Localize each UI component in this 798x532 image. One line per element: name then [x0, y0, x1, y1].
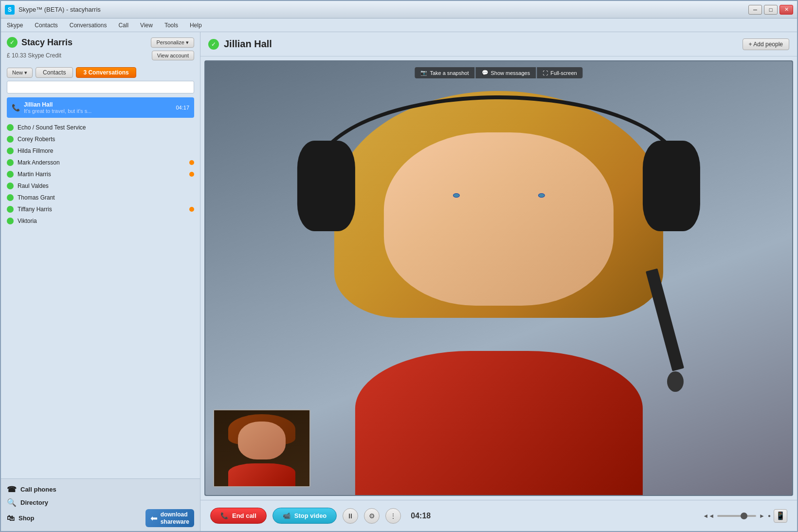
- stop-video-icon: 📹: [283, 512, 290, 519]
- contact-list-item[interactable]: Tiffany Harris: [1, 203, 200, 215]
- menu-call[interactable]: Call: [116, 21, 130, 30]
- credit-text: £ 10.33 Skype Credit: [7, 52, 61, 59]
- bottom-section: ☎ Call phones 🔍 Directory 🛍 Shop ⬅ downl…: [1, 478, 200, 531]
- profile-section: ✓ Stacy Harris Personalize ▾ £ 10.33 Sky…: [1, 32, 200, 64]
- snapshot-button[interactable]: 📷 Take a snapshot: [415, 67, 474, 78]
- volume-right-icon: ►: [759, 513, 765, 519]
- view-account-button[interactable]: View account: [152, 51, 194, 60]
- volume-area: ◄◄ ► ● 📱: [703, 509, 787, 523]
- contact-list-item[interactable]: Viktoria: [1, 215, 200, 227]
- window-title: Skype™ (BETA) - stacyharris: [18, 6, 748, 13]
- contact-status-dot: [7, 159, 14, 166]
- contact-name-label: Raul Valdes: [18, 183, 194, 189]
- self-body: [228, 463, 295, 486]
- menu-view[interactable]: View: [138, 21, 155, 30]
- personalize-button[interactable]: Personalize ▾: [151, 37, 194, 48]
- call-info: Jillian Hall It's great to travel, but i…: [24, 101, 172, 114]
- video-area: 📷 Take a snapshot 💬 Show messages ⛶ Full…: [204, 60, 793, 496]
- call-controls: 📞 End call 📹 Stop video ⏸ ⚙ ⋮ 04:18 ◄◄ ►: [200, 500, 797, 531]
- pause-button[interactable]: ⏸: [343, 508, 358, 524]
- tab-conversations[interactable]: 3 Conversations: [76, 67, 136, 78]
- call-contact-display-name: Jillian Hall: [224, 38, 743, 50]
- contact-name-label: Hilda Fillmore: [18, 147, 194, 154]
- tab-contacts[interactable]: Contacts: [36, 67, 73, 78]
- call-header: ✓ Jillian Hall + Add people: [200, 32, 797, 56]
- search-row: [1, 81, 200, 97]
- contact-name-label: Viktoria: [18, 218, 194, 224]
- contact-list-item[interactable]: Mark Andersson: [1, 157, 200, 168]
- search-input[interactable]: [7, 81, 194, 93]
- search-icon: 🔍: [7, 498, 17, 507]
- end-call-icon: 📞: [220, 512, 228, 519]
- volume-dot-icon: ●: [768, 513, 771, 518]
- shop-item[interactable]: 🛍 Shop: [7, 512, 35, 525]
- more-button[interactable]: ⋮: [385, 508, 401, 524]
- call-duration: 04:17: [176, 105, 189, 110]
- contact-name-label: Echo / Sound Test Service: [18, 124, 194, 131]
- call-phones-label: Call phones: [20, 486, 56, 493]
- body: [355, 351, 643, 495]
- stop-video-button[interactable]: 📹 Stop video: [272, 508, 337, 524]
- new-button[interactable]: New ▾: [7, 68, 33, 78]
- sidebar: ✓ Stacy Harris Personalize ▾ £ 10.33 Sky…: [1, 32, 200, 531]
- self-view-pip: [213, 409, 310, 487]
- active-call-item[interactable]: 📞 Jillian Hall It's great to travel, but…: [7, 97, 194, 118]
- contact-status-dot: [7, 171, 14, 178]
- end-call-button[interactable]: 📞 End call: [210, 508, 267, 524]
- contact-name-label: Tiffany Harris: [18, 206, 185, 213]
- shop-icon: 🛍: [7, 514, 15, 523]
- tabs-row: New ▾ Contacts 3 Conversations: [1, 64, 200, 81]
- video-panel: ✓ Jillian Hall + Add people: [200, 32, 797, 531]
- messages-icon: 💬: [482, 70, 489, 76]
- download-badge[interactable]: ⬅ downloadshareware: [145, 509, 194, 527]
- call-preview-text: It's great to travel, but it's s...: [24, 108, 172, 114]
- shop-label: Shop: [18, 514, 35, 522]
- volume-slider[interactable]: [717, 515, 756, 517]
- contact-status-dot: [7, 147, 14, 154]
- add-people-button[interactable]: + Add people: [743, 38, 789, 50]
- contact-list-item[interactable]: Raul Valdes: [1, 180, 200, 192]
- phone-icon: ☎: [7, 485, 17, 494]
- maximize-button[interactable]: □: [764, 5, 778, 15]
- minimize-button[interactable]: ─: [748, 5, 762, 15]
- call-phones-item[interactable]: ☎ Call phones: [7, 483, 194, 496]
- download-label: downloadshareware: [161, 511, 189, 525]
- show-messages-button[interactable]: 💬 Show messages: [476, 67, 536, 78]
- directory-label: Directory: [20, 499, 48, 506]
- menu-contacts[interactable]: Contacts: [33, 21, 59, 30]
- menu-help[interactable]: Help: [188, 21, 204, 30]
- call-phone-icon: 📞: [12, 104, 20, 111]
- contact-list-item[interactable]: Corey Roberts: [1, 133, 200, 145]
- menu-conversations[interactable]: Conversations: [68, 21, 109, 30]
- contact-list-item[interactable]: Hilda Fillmore: [1, 145, 200, 157]
- menu-bar: Skype Contacts Conversations Call View T…: [1, 18, 797, 32]
- volume-knob[interactable]: [741, 513, 747, 519]
- directory-item[interactable]: 🔍 Directory: [7, 496, 194, 509]
- contact-status-icon: ✓: [208, 39, 219, 50]
- contact-list-item[interactable]: Thomas Grant: [1, 192, 200, 203]
- microphone-boom: [646, 269, 684, 371]
- contact-status-dot: [7, 218, 14, 224]
- contact-list-item[interactable]: Echo / Sound Test Service: [1, 122, 200, 133]
- menu-skype[interactable]: Skype: [5, 21, 25, 30]
- profile-name: Stacy Harris: [21, 37, 73, 48]
- contact-name-label: Mark Andersson: [18, 159, 185, 166]
- call-contact-name: Jillian Hall: [24, 101, 172, 108]
- contact-list-item[interactable]: Martin Harris: [1, 168, 200, 180]
- close-button[interactable]: ✕: [780, 5, 793, 15]
- main-content: ✓ Stacy Harris Personalize ▾ £ 10.33 Sky…: [1, 32, 797, 531]
- contact-status-dot: [7, 124, 14, 131]
- video-toolbar: 📷 Take a snapshot 💬 Show messages ⛶ Full…: [415, 67, 582, 78]
- status-icon: ✓: [7, 37, 18, 48]
- handset-icon: 📱: [774, 509, 787, 523]
- fullscreen-button[interactable]: ⛶ Full-screen: [537, 67, 582, 78]
- profile-name-area: ✓ Stacy Harris: [7, 37, 73, 48]
- credit-row: £ 10.33 Skype Credit View account: [7, 51, 194, 60]
- headphone-ear-right: [642, 141, 700, 231]
- window-controls: ─ □ ✕: [748, 5, 793, 15]
- contact-status-dot: [7, 183, 14, 189]
- settings-button[interactable]: ⚙: [364, 508, 380, 524]
- contact-list: Echo / Sound Test ServiceCorey RobertsHi…: [1, 120, 200, 478]
- microphone-tip: [667, 371, 684, 392]
- menu-tools[interactable]: Tools: [163, 21, 180, 30]
